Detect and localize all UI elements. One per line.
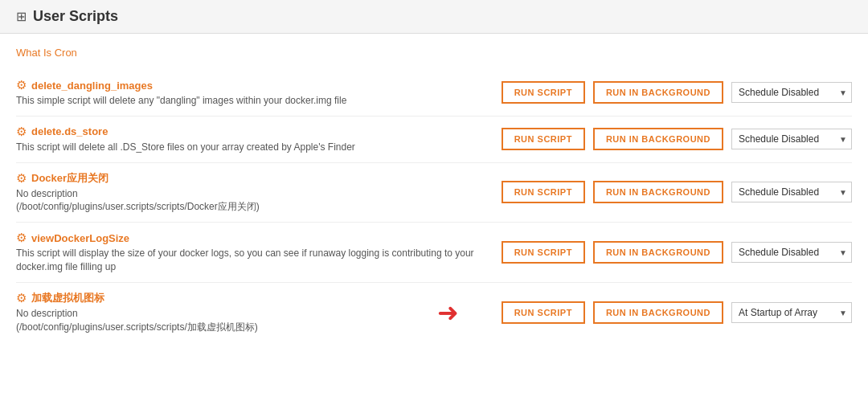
- script-row: ⚙加载虚拟机图标No description (/boot/config/plu…: [16, 283, 852, 342]
- what-is-cron-link[interactable]: What Is Cron: [16, 47, 77, 59]
- script-row: ⚙delete_dangling_imagesThis simple scrip…: [16, 70, 852, 117]
- schedule-select-wrapper: Schedule DisabledAt Startup of ArrayDail…: [731, 182, 852, 202]
- script-info: ⚙加载虚拟机图标No description (/boot/config/plu…: [16, 291, 493, 334]
- page-title: User Scripts: [33, 8, 118, 25]
- script-description: This script will delete all .DS_Store fi…: [16, 141, 493, 154]
- run-in-background-button[interactable]: RUN IN BACKGROUND: [593, 181, 723, 203]
- schedule-select-wrapper: Schedule DisabledAt Startup of ArrayDail…: [731, 82, 852, 103]
- run-in-background-button[interactable]: RUN IN BACKGROUND: [593, 128, 723, 150]
- script-info: ⚙delete_dangling_imagesThis simple scrip…: [16, 78, 493, 108]
- run-in-background-button[interactable]: RUN IN BACKGROUND: [593, 241, 723, 264]
- run-in-background-button[interactable]: RUN IN BACKGROUND: [593, 301, 723, 324]
- header: ⊞ User Scripts: [0, 0, 868, 34]
- script-row: ⚙delete.ds_storeThis script will delete …: [16, 117, 852, 163]
- script-info: ⚙viewDockerLogSizeThis script will displ…: [16, 231, 493, 274]
- schedule-select[interactable]: Schedule DisabledAt Startup of ArrayDail…: [731, 302, 852, 323]
- run-script-button[interactable]: RUN SCRIPT: [502, 181, 585, 203]
- run-script-button[interactable]: RUN SCRIPT: [502, 301, 585, 324]
- gear-icon: ⚙: [16, 291, 27, 305]
- script-name: Docker应用关闭: [31, 171, 108, 186]
- schedule-select[interactable]: Schedule DisabledAt Startup of ArrayDail…: [731, 82, 852, 103]
- script-actions: RUN SCRIPTRUN IN BACKGROUNDSchedule Disa…: [502, 181, 852, 203]
- script-name: viewDockerLogSize: [31, 232, 129, 244]
- script-name: delete_dangling_images: [31, 80, 153, 92]
- script-description: This simple script will delete any "dang…: [16, 94, 493, 108]
- content-area: What Is Cron ⚙delete_dangling_imagesThis…: [0, 34, 868, 354]
- scripts-list: ⚙delete_dangling_imagesThis simple scrip…: [16, 70, 852, 342]
- script-actions: RUN SCRIPTRUN IN BACKGROUNDSchedule Disa…: [502, 81, 852, 104]
- run-in-background-button[interactable]: RUN IN BACKGROUND: [593, 81, 723, 104]
- script-name: 加载虚拟机图标: [31, 291, 104, 305]
- script-actions: RUN SCRIPTRUN IN BACKGROUNDSchedule Disa…: [502, 128, 852, 150]
- script-name: delete.ds_store: [31, 125, 108, 137]
- script-row: ⚙Docker应用关闭No description (/boot/config/…: [16, 163, 852, 223]
- gear-icon: ⚙: [16, 171, 27, 186]
- schedule-select[interactable]: Schedule DisabledAt Startup of ArrayDail…: [731, 242, 852, 263]
- script-info: ⚙delete.ds_storeThis script will delete …: [16, 125, 493, 154]
- schedule-select-wrapper: Schedule DisabledAt Startup of ArrayDail…: [731, 129, 852, 149]
- schedule-select-wrapper: Schedule DisabledAt Startup of ArrayDail…: [731, 302, 852, 323]
- gear-icon: ⚙: [16, 125, 27, 139]
- schedule-select[interactable]: Schedule DisabledAt Startup of ArrayDail…: [731, 182, 852, 202]
- gear-icon: ⚙: [16, 231, 27, 245]
- script-actions: RUN SCRIPTRUN IN BACKGROUNDSchedule Disa…: [502, 241, 852, 264]
- grid-icon: ⊞: [16, 9, 27, 24]
- schedule-select[interactable]: Schedule DisabledAt Startup of ArrayDail…: [731, 129, 852, 149]
- schedule-select-wrapper: Schedule DisabledAt Startup of ArrayDail…: [731, 242, 852, 263]
- run-script-button[interactable]: RUN SCRIPT: [502, 128, 585, 150]
- gear-icon: ⚙: [16, 78, 27, 92]
- run-script-button[interactable]: RUN SCRIPT: [502, 81, 585, 104]
- script-description: This script will display the size of you…: [16, 247, 493, 274]
- script-actions: RUN SCRIPTRUN IN BACKGROUNDSchedule Disa…: [502, 301, 852, 324]
- script-row: ⚙viewDockerLogSizeThis script will displ…: [16, 223, 852, 283]
- script-description: No description (/boot/config/plugins/use…: [16, 307, 493, 334]
- script-description: No description (/boot/config/plugins/use…: [16, 187, 493, 215]
- script-info: ⚙Docker应用关闭No description (/boot/config/…: [16, 171, 493, 215]
- run-script-button[interactable]: RUN SCRIPT: [502, 241, 585, 264]
